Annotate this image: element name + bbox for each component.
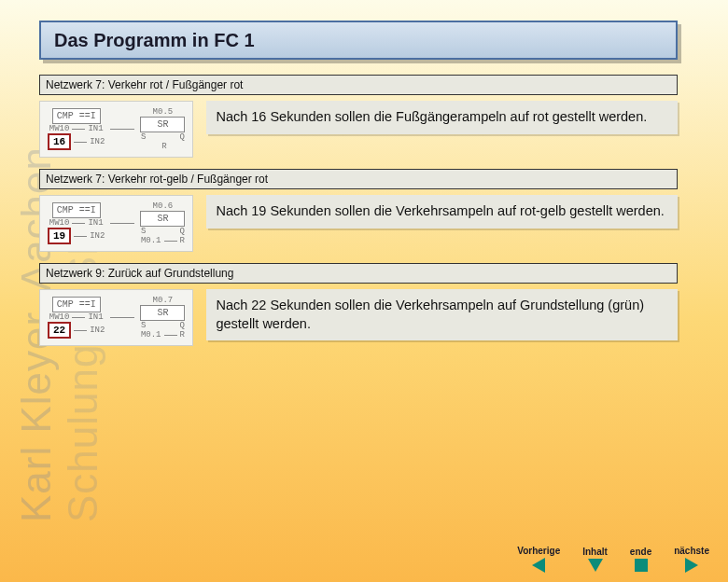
network-description: Nach 19 Sekunden sollen die Verkehrsampe…	[206, 195, 678, 229]
cmp-in2: IN2	[90, 137, 105, 146]
nav-next-label: nächste	[674, 546, 709, 556]
sr-block: M0.7 SR SQ M0.1R	[140, 296, 185, 340]
sr-s: S	[141, 132, 146, 142]
network-row: CMP ==I MW10IN1 16IN2 M0.5 SR SQ R Nach …	[39, 101, 678, 158]
network-header: Netzwerk 9: Zurück auf Grundstellung	[39, 263, 678, 284]
sr-addr: M0.5	[153, 107, 174, 117]
sr-block: M0.6 SR SQ M0.1R	[140, 201, 185, 245]
nav-end[interactable]: ende	[630, 547, 651, 572]
nav-prev-label: Vorherige	[517, 546, 560, 556]
nav-toc[interactable]: Inhalt	[582, 547, 608, 572]
content-area: Netzwerk 7: Verkehr rot / Fußgänger rot …	[39, 75, 678, 357]
cmp-title: CMP ==I	[52, 108, 101, 124]
ladder-diagram: CMP ==I MW10IN1 16IN2 M0.5 SR SQ R	[39, 101, 193, 158]
network-description: Nach 22 Sekunden sollen die Verkehrsampe…	[206, 289, 678, 340]
cmp-in1: IN1	[88, 124, 103, 133]
cmp-block: CMP ==I MW10IN1 19IN2	[48, 202, 105, 244]
ladder-diagram: CMP ==I MW10IN1 19IN2 M0.6 SR SQ M0.1R	[39, 195, 193, 252]
nav-footer: Vorherige Inhalt ende nächste	[517, 546, 709, 573]
triangle-left-icon	[532, 558, 545, 573]
network-header: Netzwerk 7: Verkehr rot / Fußgänger rot	[39, 75, 678, 95]
sr-title: SR	[140, 117, 185, 132]
cmp-block: CMP ==I MW10IN1 22IN2	[48, 297, 105, 339]
sr-block: M0.5 SR SQ R	[140, 107, 185, 151]
cmp-title: CMP ==I	[52, 202, 101, 218]
nav-prev[interactable]: Vorherige	[517, 546, 560, 573]
triangle-right-icon	[685, 558, 698, 573]
nav-next[interactable]: nächste	[674, 546, 709, 573]
nav-end-label: ende	[630, 547, 651, 557]
ladder-diagram: CMP ==I MW10IN1 22IN2 M0.7 SR SQ M0.1R	[39, 289, 193, 346]
cmp-block: CMP ==I MW10IN1 16IN2	[48, 108, 105, 150]
network-description: Nach 16 Sekunden sollen die Fußgängeramp…	[206, 101, 678, 134]
sr-q: Q	[179, 132, 184, 142]
network-row: CMP ==I MW10IN1 19IN2 M0.6 SR SQ M0.1R N…	[39, 195, 678, 252]
page-title: Das Programm in FC 1	[39, 21, 678, 60]
cmp-value: 22	[48, 322, 71, 339]
sr-r: R	[161, 142, 166, 151]
title-text: Das Programm in FC 1	[54, 30, 255, 51]
nav-toc-label: Inhalt	[582, 547, 608, 557]
cmp-in1-src: MW10	[49, 124, 70, 133]
cmp-value: 16	[48, 133, 71, 150]
network-row: CMP ==I MW10IN1 22IN2 M0.7 SR SQ M0.1R N…	[39, 289, 678, 346]
cmp-value: 19	[48, 228, 71, 244]
triangle-down-icon	[588, 559, 603, 572]
network-header: Netzwerk 7: Verkehr rot-gelb / Fußgänger…	[39, 169, 678, 189]
square-icon	[635, 559, 648, 572]
